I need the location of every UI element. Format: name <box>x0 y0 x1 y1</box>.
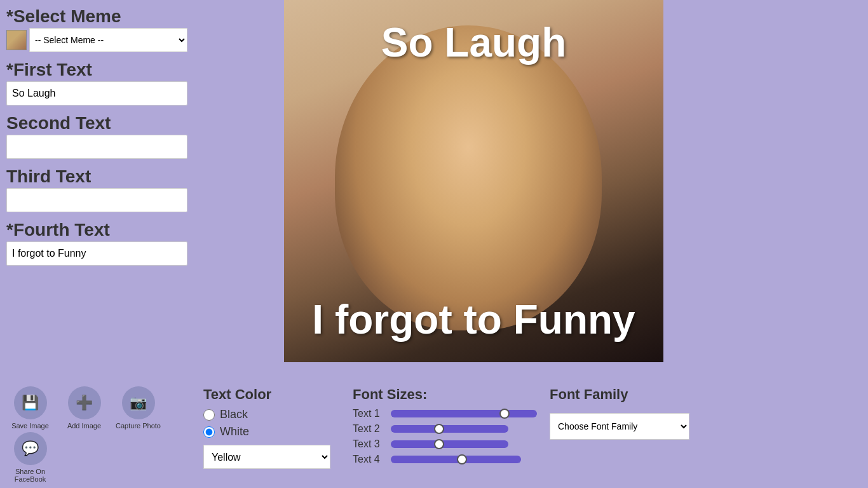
meme-bottom-text: I forgot to Funny <box>284 296 663 343</box>
white-radio[interactable] <box>203 426 215 438</box>
add-image-icon: ➕ <box>68 386 101 419</box>
add-image-button[interactable]: ➕ Add Image <box>60 386 108 430</box>
meme-select-row: -- Select Meme -- <box>6 28 187 52</box>
background-color-dropdown[interactable]: Yellow Red Blue Green None <box>203 445 330 469</box>
third-text-input[interactable] <box>6 188 187 212</box>
right-panel <box>754 0 868 381</box>
font-family-title: Font Family <box>550 386 689 403</box>
white-radio-row: White <box>203 425 340 438</box>
second-text-input[interactable] <box>6 135 187 159</box>
share-facebook-button[interactable]: 💬 Share On FaceBook <box>6 432 54 483</box>
text3-label: Text 3 <box>353 438 386 450</box>
text4-size-slider[interactable] <box>391 456 521 463</box>
select-meme-section: *Select Meme -- Select Meme -- <box>6 6 187 52</box>
first-text-label: *First Text <box>6 60 187 80</box>
text4-label: Text 4 <box>353 454 386 465</box>
font-sizes-title: Font Sizes: <box>353 386 537 403</box>
text-color-title: Text Color <box>203 386 340 403</box>
text-color-section: Text Color Black White Yellow Red Blue G… <box>197 386 346 469</box>
first-text-section: *First Text <box>6 60 187 105</box>
text2-slider-row: Text 2 <box>353 423 537 435</box>
meme-thumbnail <box>6 30 27 50</box>
text4-slider-row: Text 4 <box>353 454 537 465</box>
action-row-bottom: 💬 Share On FaceBook <box>6 432 197 483</box>
fourth-text-input[interactable] <box>6 241 187 266</box>
left-panel: *Select Meme -- Select Meme -- *First Te… <box>0 0 194 381</box>
black-radio[interactable] <box>203 409 215 421</box>
share-facebook-label: Share On FaceBook <box>6 468 54 483</box>
white-label: White <box>220 425 249 438</box>
center-panel: So Laugh I forgot to Funny <box>194 0 754 381</box>
meme-container: So Laugh I forgot to Funny <box>284 0 663 362</box>
text1-size-slider[interactable] <box>391 410 537 417</box>
share-facebook-icon: 💬 <box>14 432 47 465</box>
text3-slider-row: Text 3 <box>353 438 537 450</box>
save-image-label: Save Image <box>11 422 49 430</box>
text1-label: Text 1 <box>353 408 386 419</box>
action-buttons-container: 💾 Save Image ➕ Add Image 📷 Capture Photo… <box>6 386 197 483</box>
save-image-button[interactable]: 💾 Save Image <box>6 386 54 430</box>
capture-photo-icon: 📷 <box>122 386 155 419</box>
bottom-bar: 💾 Save Image ➕ Add Image 📷 Capture Photo… <box>0 381 868 488</box>
text2-label: Text 2 <box>353 423 386 435</box>
black-radio-row: Black <box>203 408 340 421</box>
add-image-label: Add Image <box>67 422 101 430</box>
second-text-label: Second Text <box>6 113 187 133</box>
third-text-label: Third Text <box>6 166 187 187</box>
action-row-top: 💾 Save Image ➕ Add Image 📷 Capture Photo <box>6 386 197 430</box>
meme-top-text: So Laugh <box>284 19 663 66</box>
text3-size-slider[interactable] <box>391 440 508 448</box>
font-sizes-section: Font Sizes: Text 1 Text 2 Text 3 Text 4 <box>346 386 543 469</box>
meme-face-image <box>335 25 602 330</box>
first-text-input[interactable] <box>6 81 187 105</box>
font-family-section: Font Family Choose Font Family Arial Imp… <box>543 386 696 440</box>
save-image-icon: 💾 <box>14 386 47 419</box>
third-text-section: Third Text <box>6 166 187 212</box>
meme-select-dropdown[interactable]: -- Select Meme -- <box>29 28 187 52</box>
capture-photo-button[interactable]: 📷 Capture Photo <box>114 386 162 430</box>
black-label: Black <box>220 408 248 421</box>
capture-photo-label: Capture Photo <box>116 422 161 430</box>
font-family-dropdown[interactable]: Choose Font Family Arial Impact Comic Sa… <box>550 413 689 440</box>
text2-size-slider[interactable] <box>391 425 508 433</box>
text1-slider-row: Text 1 <box>353 408 537 419</box>
meme-thumb-image <box>7 30 26 50</box>
fourth-text-label: *Fourth Text <box>6 220 187 240</box>
fourth-text-section: *Fourth Text <box>6 220 187 266</box>
select-meme-label: *Select Meme <box>6 6 187 27</box>
second-text-section: Second Text <box>6 113 187 159</box>
